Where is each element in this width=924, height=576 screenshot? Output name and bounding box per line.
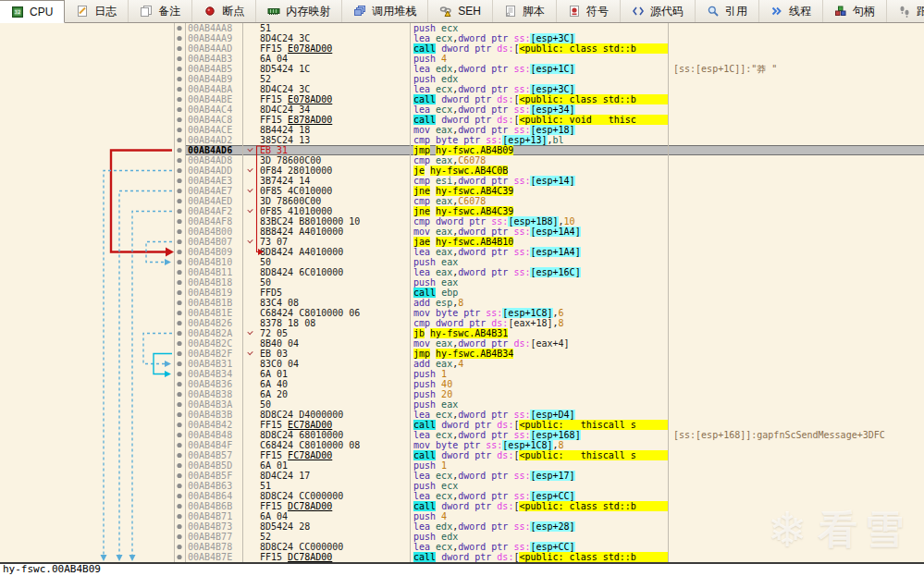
breakpoint-dot[interactable] bbox=[177, 199, 181, 203]
disasm-row[interactable]: 00AB4B098D8424 A4010000lea eax,dword ptr… bbox=[185, 247, 924, 257]
breakpoint-dot[interactable] bbox=[177, 473, 181, 478]
breakpoint-dot[interactable] bbox=[177, 392, 181, 397]
tab-handles[interactable]: 句柄 bbox=[823, 0, 887, 22]
disasm-row[interactable]: 00AB4B1050push eax bbox=[185, 257, 924, 267]
disasm-row[interactable]: 00AB4ABEFF15 E078AD00call dword ptr ds:[… bbox=[185, 94, 924, 104]
disasm-row[interactable]: 00AB4B118D8424 6C010000lea eax,dword ptr… bbox=[185, 267, 924, 277]
breakpoint-dot[interactable] bbox=[177, 87, 181, 92]
breakpoint-dot[interactable] bbox=[177, 484, 181, 488]
breakpoint-dot[interactable] bbox=[177, 341, 181, 346]
breakpoint-dot[interactable] bbox=[177, 209, 181, 214]
disasm-row[interactable]: 00AB4AA851push ecx bbox=[185, 23, 924, 33]
breakpoint-dot[interactable] bbox=[177, 128, 181, 132]
disasm-row[interactable]: 00AB4AE70F85 4C010000jne hy-fswc.AB4C39 bbox=[185, 186, 924, 196]
breakpoint-dot[interactable] bbox=[177, 239, 181, 244]
disasm-row[interactable]: 00AB4B346A 01push 1 bbox=[185, 369, 924, 379]
breakpoint-dot[interactable] bbox=[177, 178, 181, 183]
disasm-row[interactable]: 00AB4B268378 18 08cmp dword ptr ds:[eax+… bbox=[185, 318, 924, 328]
breakpoint-dot[interactable] bbox=[177, 97, 181, 102]
breakpoint-dot[interactable] bbox=[177, 280, 181, 285]
disasm-row[interactable]: 00AB4AE33B7424 14cmp esi,dword ptr ss:[e… bbox=[185, 176, 924, 186]
tab-log[interactable]: 日志 bbox=[65, 0, 129, 22]
breakpoint-dot[interactable] bbox=[177, 46, 181, 51]
disasm-row[interactable]: 00AB4AF20F85 41010000jne hy-fswc.AB4C39 bbox=[185, 206, 924, 216]
breakpoint-dot[interactable] bbox=[177, 290, 181, 295]
tab-breakpoints[interactable]: 断点 bbox=[192, 0, 256, 22]
breakpoint-dot[interactable] bbox=[177, 36, 181, 41]
tab-notes[interactable]: 备注 bbox=[129, 0, 192, 22]
breakpoint-dot[interactable] bbox=[177, 148, 181, 153]
disasm-row[interactable]: 00AB4B6351push ecx bbox=[185, 481, 924, 491]
disasm-row[interactable]: 00AB4B1850push eax bbox=[185, 277, 924, 288]
disasm-row[interactable]: 00AB4AB36A 04push 4 bbox=[185, 54, 924, 64]
tab-source[interactable]: 源代码 bbox=[621, 0, 696, 22]
breakpoint-dot[interactable] bbox=[177, 382, 181, 386]
breakpoint-dot[interactable] bbox=[177, 77, 181, 81]
tab-trace[interactable]: 跟踪 bbox=[887, 0, 924, 22]
breakpoint-dot[interactable] bbox=[177, 56, 181, 61]
disasm-row[interactable]: 00AB4AF883BC24 B8010000 10cmp dword ptr … bbox=[185, 216, 924, 227]
breakpoint-dot[interactable] bbox=[177, 250, 181, 254]
disasm-row[interactable]: 00AB4B488D8C24 68010000lea ecx,dword ptr… bbox=[185, 430, 924, 440]
disasm-row[interactable]: 00AB4B19FFD5call ebp bbox=[185, 288, 924, 298]
disasm-row[interactable]: 00AB4B2A72 05jb hy-fswc.AB4B31 bbox=[185, 328, 924, 338]
tab-call-stack[interactable]: 调用堆栈 bbox=[342, 0, 428, 22]
breakpoint-dot[interactable] bbox=[177, 412, 181, 417]
breakpoint-dot[interactable] bbox=[177, 189, 181, 193]
breakpoint-dot[interactable] bbox=[177, 463, 181, 468]
breakpoint-dot[interactable] bbox=[177, 300, 181, 305]
disasm-row[interactable]: 00AB4B3A50push eax bbox=[185, 399, 924, 410]
breakpoint-dot[interactable] bbox=[177, 372, 181, 376]
disasm-row[interactable]: 00AB4AADFF15 E078AD00call dword ptr ds:[… bbox=[185, 43, 924, 54]
disasm-row[interactable]: 00AB4B5D6A 01push 1 bbox=[185, 460, 924, 471]
disasm-row[interactable]: 00AB4ACE8B4424 18mov eax,dword ptr ss:[e… bbox=[185, 125, 924, 135]
tab-references[interactable]: 引用 bbox=[696, 0, 759, 22]
disasm-row[interactable]: 00AB4AB58D5424 1Clea edx,dword ptr ss:[e… bbox=[185, 64, 924, 74]
breakpoint-dot[interactable] bbox=[177, 270, 181, 275]
disasm-row[interactable]: 00AB4B4FC68424 C8010000 08mov byte ptr s… bbox=[185, 440, 924, 450]
breakpoint-dot[interactable] bbox=[177, 138, 181, 142]
breakpoint-dot[interactable] bbox=[177, 514, 181, 519]
disasm-row[interactable]: 00AB4AB952push edx bbox=[185, 74, 924, 84]
breakpoint-dot[interactable] bbox=[177, 351, 181, 356]
disasm-row[interactable]: 00AB4B3183C0 04add eax,4 bbox=[185, 359, 924, 369]
breakpoint-dot[interactable] bbox=[177, 555, 181, 559]
disasm-row[interactable]: 00AB4AD6EB 31jmp hy-fswc.AB4B09 bbox=[185, 145, 924, 155]
disasm-row[interactable]: 00AB4B57FF15 FC78AD00call dword ptr ds:[… bbox=[185, 450, 924, 460]
breakpoint-dot[interactable] bbox=[177, 158, 181, 163]
breakpoint-dot[interactable] bbox=[177, 117, 181, 122]
breakpoint-dot[interactable] bbox=[177, 107, 181, 112]
breakpoint-dot[interactable] bbox=[177, 219, 181, 224]
breakpoint-dot[interactable] bbox=[177, 331, 181, 336]
disasm-row[interactable]: 00AB4B42FF15 EC78AD00call dword ptr ds:[… bbox=[185, 420, 924, 430]
breakpoint-dot[interactable] bbox=[177, 534, 181, 539]
disasm-row[interactable]: 00AB4B2C8B40 04mov eax,dword ptr ds:[eax… bbox=[185, 338, 924, 349]
breakpoint-dot[interactable] bbox=[177, 494, 181, 498]
tab-cpu[interactable]: 32 CPU bbox=[0, 0, 65, 23]
breakpoint-dot[interactable] bbox=[177, 260, 181, 264]
disasm-row[interactable]: 00AB4B386A 20push 20 bbox=[185, 389, 924, 399]
breakpoint-dot[interactable] bbox=[177, 311, 181, 315]
disasm-row[interactable]: 00AB4AA98D4C24 3Clea ecx,dword ptr ss:[e… bbox=[185, 33, 924, 43]
disasm-row[interactable]: 00AB4B008B8424 A4010000mov eax,dword ptr… bbox=[185, 227, 924, 237]
disasm-row[interactable]: 00AB4AD2385C24 13cmp byte ptr ss:[esp+13… bbox=[185, 135, 924, 145]
disasm-row[interactable]: 00AB4AC48D4C24 34lea ecx,dword ptr ss:[e… bbox=[185, 104, 924, 115]
breakpoint-dot[interactable] bbox=[177, 443, 181, 447]
breakpoint-dot[interactable] bbox=[177, 67, 181, 71]
breakpoint-dot[interactable] bbox=[177, 402, 181, 407]
tab-seh[interactable]: SEH bbox=[428, 0, 493, 22]
breakpoint-dot[interactable] bbox=[177, 229, 181, 234]
breakpoint-dot[interactable] bbox=[177, 168, 181, 173]
tab-threads[interactable]: 线程 bbox=[759, 0, 823, 22]
breakpoint-dot[interactable] bbox=[177, 423, 181, 427]
disasm-row[interactable]: 00AB4B366A 40push 40 bbox=[185, 379, 924, 389]
breakpoint-dot[interactable] bbox=[177, 362, 181, 366]
disasm-row[interactable]: 00AB4ADD0F84 28010000je hy-fswc.AB4C0B bbox=[185, 165, 924, 176]
breakpoint-dot[interactable] bbox=[177, 504, 181, 509]
tab-script[interactable]: 脚本 bbox=[493, 0, 557, 22]
disasm-row[interactable]: 00AB4B648D8C24 CC000000lea ecx,dword ptr… bbox=[185, 491, 924, 501]
disasm-row[interactable]: 00AB4AED3D 78600C00cmp eax,C6078 bbox=[185, 196, 924, 206]
breakpoint-dot[interactable] bbox=[177, 545, 181, 549]
disasm-row[interactable]: 00AB4ABA8D4C24 3Clea ecx,dword ptr ss:[e… bbox=[185, 84, 924, 94]
breakpoint-dot[interactable] bbox=[177, 321, 181, 325]
